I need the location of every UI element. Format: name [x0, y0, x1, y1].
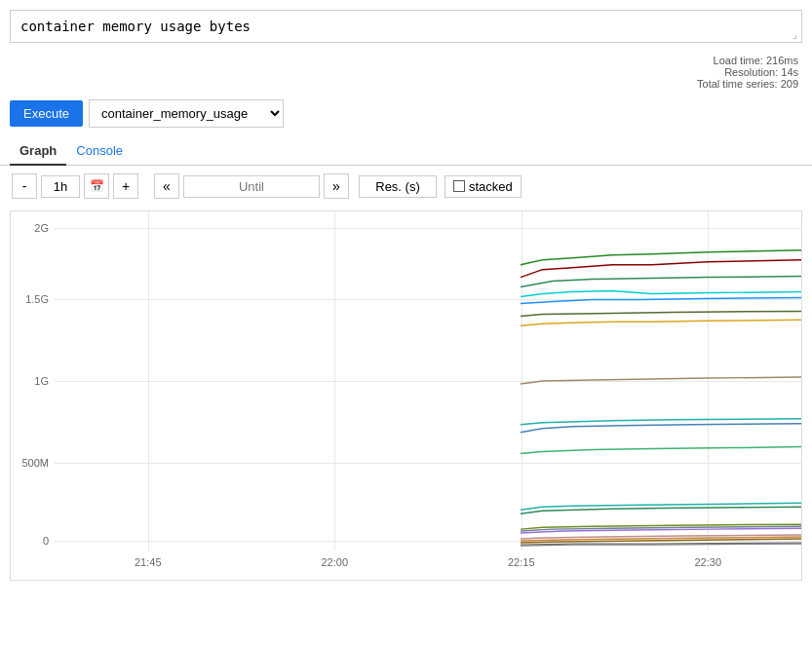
- load-time: Load time: 216ms: [714, 55, 798, 66]
- y-label-1g: 1G: [34, 375, 49, 387]
- resize-handle: ⌟: [793, 29, 797, 40]
- stacked-button[interactable]: stacked: [445, 175, 522, 198]
- query-input[interactable]: [11, 11, 801, 42]
- query-bar: ⌟: [10, 10, 802, 43]
- y-label-2g: 2G: [34, 222, 49, 234]
- y-label-0: 0: [43, 535, 49, 547]
- zoom-in-button[interactable]: +: [113, 173, 138, 199]
- stacked-icon: [453, 180, 465, 192]
- calendar-button[interactable]: 📅: [84, 173, 109, 199]
- execute-button[interactable]: Execute: [10, 100, 83, 127]
- y-label-500m: 500M: [21, 457, 49, 469]
- duration-input[interactable]: [41, 175, 80, 198]
- top-info: Load time: 216ms Resolution: 14s Total t…: [0, 53, 812, 94]
- tab-console[interactable]: Console: [66, 137, 133, 166]
- tabs: Graph Console: [0, 137, 812, 166]
- y-label-1-5g: 1.5G: [25, 293, 49, 305]
- metric-select[interactable]: container_memory_usage: [89, 99, 284, 128]
- stacked-label: stacked: [469, 179, 513, 194]
- chart-svg: [55, 211, 801, 551]
- x-label-2200: 22:00: [321, 556, 348, 568]
- tab-graph[interactable]: Graph: [10, 137, 66, 166]
- until-input[interactable]: [183, 175, 320, 198]
- toolbar: Execute container_memory_usage: [0, 94, 812, 133]
- x-label-2145: 21:45: [135, 556, 162, 568]
- x-axis: 21:45 22:00 22:15 22:30: [55, 551, 801, 580]
- total-time-series: Total time series: 209: [697, 78, 798, 90]
- resolution: Resolution: 14s: [724, 66, 798, 78]
- res-button[interactable]: Res. (s): [359, 175, 437, 198]
- graph-controls: - 📅 + « » Res. (s) stacked: [0, 166, 812, 207]
- rewind-button[interactable]: «: [154, 173, 179, 199]
- y-axis: 2G 1.5G 1G 500M 0: [11, 211, 55, 551]
- chart-inner: [55, 211, 801, 551]
- x-label-2215: 22:15: [508, 556, 535, 568]
- chart-container: 2G 1.5G 1G 500M 0: [10, 210, 802, 581]
- zoom-out-button[interactable]: -: [12, 173, 37, 199]
- fast-forward-button[interactable]: »: [324, 173, 349, 199]
- x-label-2230: 22:30: [694, 556, 721, 568]
